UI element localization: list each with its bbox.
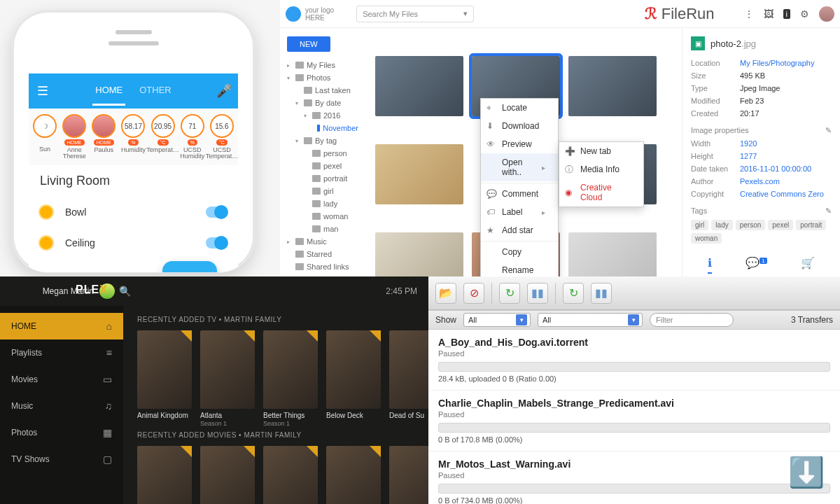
prop-value[interactable]: My Files/Photography	[740, 59, 832, 67]
nav-item[interactable]: Music♫	[0, 393, 123, 419]
poster-card[interactable]: Below Deck	[326, 330, 381, 427]
tag-chip[interactable]: pexel	[768, 220, 793, 230]
nav-item[interactable]: Photos▦	[0, 419, 123, 446]
file-grid[interactable]: ⌖Locate⬇Download👁PreviewOpen with..▸💬Com…	[363, 28, 682, 276]
poster-card[interactable]: Better ThingsSeason 1	[263, 330, 318, 427]
resume-all-button[interactable]: ↻	[563, 283, 584, 304]
context-item[interactable]: ⬇Download	[481, 117, 558, 135]
gear-icon[interactable]: ⚙	[800, 8, 809, 20]
thumbnail[interactable]	[375, 56, 463, 116]
tab-home[interactable]: HOME	[92, 76, 125, 106]
poster-card[interactable]: undefined	[200, 446, 255, 504]
toggle-switch[interactable]	[206, 206, 227, 218]
tree-item[interactable]: ▾By tag	[284, 134, 358, 147]
expand-icon[interactable]: ▾	[295, 100, 301, 106]
expand-icon[interactable]: ▾	[295, 138, 301, 144]
sensor-tile[interactable]: 71%UCSD Humidity	[178, 114, 207, 160]
tree-item[interactable]: man	[284, 223, 358, 235]
filter-status-select[interactable]: All▾	[463, 313, 531, 327]
device-row[interactable]: Ceiling	[40, 227, 227, 258]
tree-item[interactable]: ▸My Files	[284, 59, 358, 71]
tree-item[interactable]: Starred	[284, 248, 358, 260]
sensor-tile[interactable]: 20.95°CTemperat…	[148, 114, 178, 160]
sensor-tile[interactable]: 15.6°CUCSD Temperat…	[207, 114, 237, 160]
tree-item[interactable]: portrait	[284, 172, 358, 185]
sensor-tile[interactable]: HOMEAnne Therese	[59, 114, 89, 160]
open-button[interactable]: 📂	[435, 283, 456, 304]
mic-icon[interactable]: 🎤	[210, 83, 238, 99]
nav-item[interactable]: Playlists≡	[0, 340, 123, 366]
prop-value[interactable]: 2016-11-01 00:00:00	[740, 164, 832, 173]
more-icon[interactable]: ⋮	[744, 8, 754, 20]
poster-card[interactable]: undefined	[263, 446, 318, 504]
expand-icon[interactable]: ▾	[287, 75, 293, 81]
nav-item[interactable]: Movies▭	[0, 366, 123, 393]
home-assistant-icon[interactable]: ⌂	[162, 261, 217, 273]
sensor-tile[interactable]: ☽Sun	[30, 114, 59, 160]
context-item[interactable]: ➕New tab	[559, 142, 643, 160]
context-item[interactable]: ⌖Locate	[481, 99, 558, 117]
search-input[interactable]: Search My Files ▾	[356, 6, 474, 22]
tree-item[interactable]: Shared links	[284, 260, 358, 273]
nav-item[interactable]: HOME⌂	[0, 313, 123, 340]
tree-item[interactable]: ▸Music	[284, 235, 358, 248]
info-icon[interactable]: i	[783, 9, 790, 19]
tree-item[interactable]: ▾By date	[284, 97, 358, 109]
context-item[interactable]: 👁Preview	[481, 135, 558, 153]
context-item[interactable]: 💬Comment	[481, 185, 558, 203]
prop-value[interactable]: 1277	[740, 152, 832, 160]
torrent-row[interactable]: Charlie_Chaplin_Mabels_Strange_Predicame…	[428, 391, 840, 451]
torrent-row[interactable]: A_Boy_and_His_Dog.avi.torrentPaused28.4 …	[428, 330, 840, 391]
poster-card[interactable]: undefined	[137, 446, 192, 504]
tree-item[interactable]: Last taken	[284, 84, 358, 97]
thumbnail[interactable]	[375, 144, 463, 204]
expand-icon[interactable]: ▸	[287, 239, 293, 245]
context-item[interactable]: Open with..▸	[481, 153, 558, 181]
edit-icon[interactable]: ✎	[825, 126, 832, 135]
image-icon[interactable]: 🖼	[764, 8, 774, 20]
expand-icon[interactable]: ▸	[287, 62, 293, 69]
tree-item[interactable]: ▾2016	[284, 109, 358, 122]
context-item[interactable]: ◉Creative Cloud	[559, 178, 643, 206]
tree-item[interactable]: person	[284, 147, 358, 160]
tag-chip[interactable]: portrait	[796, 220, 826, 230]
menu-icon[interactable]: ☰	[29, 83, 57, 99]
thumbnail[interactable]	[568, 56, 657, 116]
context-item[interactable]: 🏷Label▸	[481, 203, 558, 221]
expand-icon[interactable]: ▾	[304, 113, 309, 119]
tab-cart-icon[interactable]: 🛒	[801, 256, 815, 274]
tag-chip[interactable]: person	[736, 220, 766, 230]
remove-button[interactable]: ⊘	[463, 283, 484, 304]
filter-input[interactable]: Filter	[650, 313, 734, 327]
device-row[interactable]: Bowl	[40, 197, 227, 227]
tree-item[interactable]: November	[284, 122, 358, 134]
tag-chip[interactable]: woman	[691, 233, 722, 244]
pause-all-button[interactable]: ▮▮	[591, 283, 612, 304]
tree-item[interactable]: woman	[284, 210, 358, 223]
tree-item[interactable]: pexel	[284, 160, 358, 172]
sensor-tile[interactable]: HOMEPaulus	[89, 114, 118, 160]
tab-info-icon[interactable]: ℹ	[708, 256, 712, 274]
tag-chip[interactable]: girl	[691, 220, 708, 230]
context-item[interactable]: Copy	[481, 243, 558, 261]
torrent-row[interactable]: Mr_Motos_Last_Warning.aviPaused0 B of 73…	[428, 451, 840, 504]
poster-card[interactable]: undefined	[389, 446, 428, 504]
nav-item[interactable]: TV Shows▢	[0, 446, 123, 472]
poster-card[interactable]: Animal Kingdom	[137, 330, 192, 427]
toggle-switch[interactable]	[206, 237, 227, 248]
avatar[interactable]	[819, 6, 834, 22]
prop-value[interactable]: 1920	[740, 139, 832, 148]
tab-comments-icon[interactable]: 💬1	[746, 256, 766, 274]
tag-chip[interactable]: lady	[711, 220, 732, 230]
context-item[interactable]: ★Add star	[481, 221, 558, 239]
edit-icon[interactable]: ✎	[825, 206, 832, 216]
prop-value[interactable]: Creative Commons Zero	[740, 190, 832, 198]
new-button[interactable]: NEW	[287, 36, 330, 52]
poster-card[interactable]: undefined	[326, 446, 381, 504]
prop-value[interactable]: Pexels.com	[740, 177, 832, 186]
poster-card[interactable]: Dead of Su	[389, 330, 428, 427]
poster-card[interactable]: AtlantaSeason 1	[200, 330, 255, 427]
pause-button[interactable]: ▮▮	[527, 283, 548, 304]
resume-button[interactable]: ↻	[499, 283, 520, 304]
tab-other[interactable]: OTHER	[136, 76, 174, 106]
